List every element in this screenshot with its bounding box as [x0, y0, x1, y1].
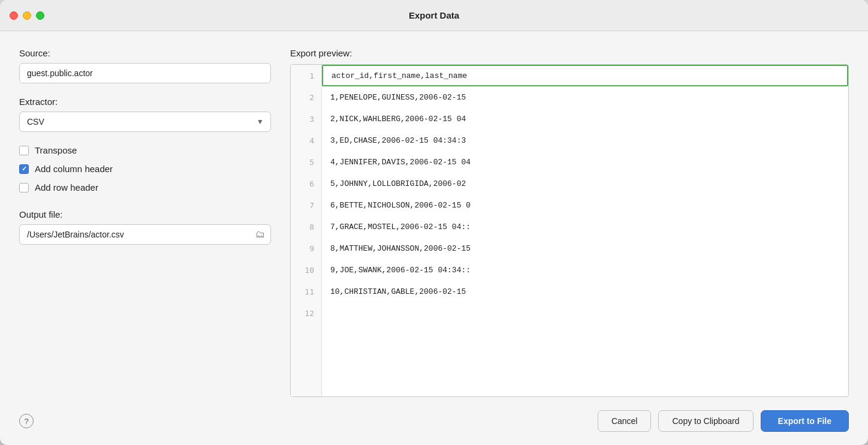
add-row-header-label: Add row header — [35, 182, 98, 193]
line-number: 5 — [291, 151, 321, 173]
help-button[interactable]: ? — [19, 414, 34, 428]
add-row-header-checkbox[interactable] — [19, 183, 29, 193]
preview-line: 6,BETTE,NICHOLSON,2006-02-15 0 — [322, 194, 848, 216]
main-content: Source: Extractor: CSV JSON TSV SQL INSE… — [0, 31, 868, 397]
add-column-header-row: Add column header — [19, 164, 271, 174]
preview-line: 2,NICK,WAHLBERG,2006-02-15 04 — [322, 108, 848, 130]
line-number: 6 — [291, 173, 321, 194]
preview-line — [322, 302, 848, 324]
checkboxes-section: Transpose Add column header Add row head… — [19, 145, 271, 193]
preview-line: 5,JOHNNY,LOLLOBRIGIDA,2006-02 — [322, 173, 848, 194]
titlebar: Export Data — [0, 0, 868, 31]
preview-lines: actor_id,first_name,last_name1,PENELOPE,… — [322, 65, 848, 396]
transpose-label: Transpose — [35, 145, 77, 155]
extractor-select[interactable]: CSV JSON TSV SQL INSERT — [19, 112, 271, 132]
cancel-button[interactable]: Cancel — [598, 410, 652, 432]
footer-right: Cancel Copy to Clipboard Export to File — [598, 410, 849, 432]
source-section: Source: — [19, 48, 271, 83]
preview-line: 9,JOE,SWANK,2006-02-15 04:34:: — [322, 259, 848, 281]
line-number: 11 — [291, 281, 321, 302]
preview-line: 7,GRACE,MOSTEL,2006-02-15 04:: — [322, 216, 848, 237]
add-column-header-checkbox[interactable] — [19, 164, 29, 174]
add-row-header-row: Add row header — [19, 182, 271, 193]
output-section: Output file: 🗂 — [19, 209, 271, 245]
preview-line: 4,JENNIFER,DAVIS,2006-02-15 04 — [322, 151, 848, 173]
copy-to-clipboard-button[interactable]: Copy to Clipboard — [658, 410, 753, 432]
line-number: 2 — [291, 86, 321, 108]
preview-label: Export preview: — [290, 48, 849, 58]
export-to-file-button[interactable]: Export to File — [761, 410, 849, 432]
extractor-select-wrapper: CSV JSON TSV SQL INSERT ▼ — [19, 112, 271, 132]
preview-line: 8,MATTHEW,JOHANSSON,2006-02-15 — [322, 237, 848, 259]
preview-container: 123456789101112 actor_id,first_name,last… — [290, 64, 849, 397]
add-column-header-label: Add column header — [35, 164, 113, 174]
transpose-checkbox[interactable] — [19, 146, 29, 155]
line-number: 7 — [291, 194, 321, 216]
maximize-button[interactable] — [36, 11, 44, 20]
footer-left: ? — [19, 414, 34, 428]
line-number: 9 — [291, 237, 321, 259]
line-number: 12 — [291, 302, 321, 324]
output-label: Output file: — [19, 209, 271, 220]
right-panel: Export preview: 123456789101112 actor_id… — [290, 48, 849, 397]
extractor-label: Extractor: — [19, 97, 271, 107]
left-panel: Source: Extractor: CSV JSON TSV SQL INSE… — [19, 48, 271, 397]
preview-line: 3,ED,CHASE,2006-02-15 04:34:3 — [322, 130, 848, 151]
line-number: 8 — [291, 216, 321, 237]
preview-line: 1,PENELOPE,GUINESS,2006-02-15 — [322, 86, 848, 108]
line-number: 1 — [291, 65, 321, 86]
footer: ? Cancel Copy to Clipboard Export to Fil… — [0, 397, 868, 445]
output-file-input[interactable] — [19, 224, 271, 245]
folder-icon[interactable]: 🗂 — [255, 229, 265, 240]
line-number: 10 — [291, 259, 321, 281]
line-number: 4 — [291, 130, 321, 151]
line-numbers: 123456789101112 — [291, 65, 322, 396]
source-input[interactable] — [19, 63, 271, 83]
preview-line: 10,CHRISTIAN,GABLE,2006-02-15 — [322, 281, 848, 302]
line-number: 3 — [291, 108, 321, 130]
source-label: Source: — [19, 48, 271, 58]
extractor-section: Extractor: CSV JSON TSV SQL INSERT ▼ — [19, 97, 271, 132]
window-title: Export Data — [409, 10, 459, 20]
close-button[interactable] — [10, 11, 18, 20]
export-data-window: Export Data Source: Extractor: CSV JSON … — [0, 0, 868, 445]
preview-line: actor_id,first_name,last_name — [322, 65, 848, 86]
traffic-lights — [10, 11, 44, 20]
file-input-wrapper: 🗂 — [19, 224, 271, 245]
minimize-button[interactable] — [23, 11, 31, 20]
transpose-row: Transpose — [19, 145, 271, 155]
